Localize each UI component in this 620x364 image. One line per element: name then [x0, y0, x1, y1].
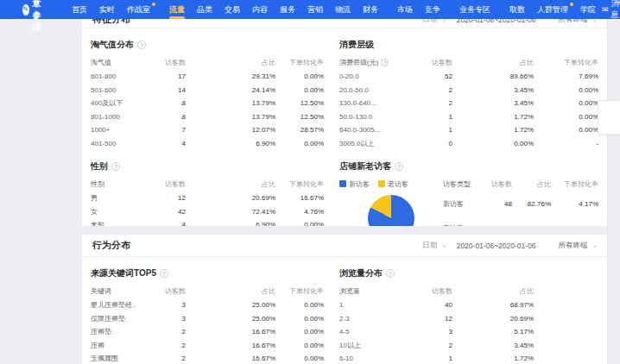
row-label: 老访客: [443, 223, 488, 227]
header-cell: 性别: [91, 179, 163, 189]
row-label: 3005.0以上: [339, 139, 430, 148]
nav-item-market[interactable]: 市场: [391, 0, 419, 19]
help-icon[interactable]: ?: [386, 269, 395, 278]
conversion-value: 0.00%: [534, 86, 598, 94]
help-icon[interactable]: ?: [395, 162, 403, 171]
legend-label: 老访客: [388, 179, 408, 189]
share-value: 17.24%: [512, 224, 551, 227]
row-label: 130.0-640...: [339, 99, 430, 107]
header-cell: 消费层级(元) ?: [339, 58, 430, 67]
nav-item-academy[interactable]: 学院: [574, 0, 602, 19]
share-value: 0.00%: [499, 140, 534, 147]
card-title: 消费层级: [339, 39, 374, 51]
header-cell: 下单转化率: [551, 179, 598, 189]
share-value: 16.67%: [232, 355, 275, 362]
row-label: 女: [91, 207, 163, 217]
visitors-value: 2: [163, 342, 186, 349]
card-source-keywords: 来源关键词TOP5 ? 关键词 访客数 占比 下单转化率 婴儿压褥垫经.. 3: [91, 267, 324, 364]
help-icon[interactable]: ?: [137, 41, 146, 49]
row-label: 仅限压褥垫: [91, 314, 163, 323]
header-cell: 占比: [232, 58, 275, 67]
header-cell: 访客数: [488, 179, 512, 189]
nav-item-home[interactable]: 首页: [66, 0, 93, 19]
table-row: 仅限压褥垫 3 25.00% 0.00%: [91, 312, 324, 326]
table-row: 2-3 12 20.69%: [339, 312, 598, 326]
date-filter-label[interactable]: 日期: [422, 241, 437, 251]
nav-item-competition[interactable]: 竞争: [419, 0, 446, 19]
table-header: 消费层级(元) ? 访客数 占比 下单转化率: [339, 54, 598, 70]
date-range-value[interactable]: 2020-01-06~2020-01-06: [452, 19, 541, 26]
nav-item-finance[interactable]: 财务: [357, 0, 384, 19]
help-icon[interactable]: ?: [381, 59, 389, 66]
nav-item-category[interactable]: 品类: [191, 0, 218, 19]
card-pageview-distribution: 浏览量分布 ? 浏览量 访客数 占比 1 40: [339, 267, 598, 364]
nav-item-war-room[interactable]: 作战室: [121, 0, 156, 19]
conversion-value: 0.00%: [275, 140, 324, 147]
table-body: 新访客 48 82.76% 4.17% 老访客 10 17.24%: [443, 191, 598, 226]
header-cell: 占比: [232, 179, 275, 189]
conversion-value: 0.00%: [275, 355, 324, 362]
legend-item-old: 老访客: [378, 179, 408, 189]
scrollbar-track[interactable]: [607, 19, 620, 364]
section-header-behavior: 行为分布 日期 ∨ 2020-01-06~2020-01-06 所有终端 ∨: [82, 235, 607, 257]
table-header: 关键词 访客数 占比 下单转化率: [91, 283, 324, 298]
brand-logo-icon: ✎: [22, 4, 29, 16]
help-icon[interactable]: ?: [111, 162, 120, 171]
table-row: 压褥垫 2 16.67% 0.00%: [91, 325, 324, 339]
share-value: 72.41%: [232, 208, 275, 216]
table-row: 6-10 1 1.72%: [339, 352, 598, 364]
share-value: 3.45%: [499, 86, 534, 94]
row-label: 1000+: [91, 126, 163, 134]
new-old-table: 访客类型 访客数 占比 下单转化率 新访客 48 82.76%: [443, 176, 598, 226]
visitors-value: 1: [430, 126, 452, 134]
date-filter-label[interactable]: 日期: [422, 19, 437, 25]
nav-item-label: 人群管理: [537, 5, 568, 14]
row-label: 玉佩腰围: [91, 354, 163, 363]
nav-item-traffic[interactable]: 流量: [163, 0, 191, 19]
nav-item-trade[interactable]: 交易: [218, 0, 246, 19]
visitors-value: 12: [430, 315, 452, 323]
nav-item-audience[interactable]: 人群管理: [531, 0, 574, 19]
row-label: 20.0-50.0: [339, 86, 430, 94]
conversion-value: 0.00%: [275, 221, 324, 226]
table-body: 1 40 68.97% 2-3 12 20.69%: [339, 298, 598, 364]
new-old-pie-chart: [368, 195, 414, 226]
table-body: 0-20.0 52 89.66% 7.69% 20.0-50.0 2 3.45%: [339, 70, 598, 150]
nav-item-marketing[interactable]: 营销: [301, 0, 329, 19]
terminal-filter[interactable]: 所有终端: [559, 241, 588, 251]
message-button[interactable]: ✉ 消息: [602, 0, 620, 21]
visitors-value: 8: [163, 113, 186, 121]
nav-item-service[interactable]: 服务: [274, 0, 301, 19]
table-row: 压褥 2 16.67% 0.00%: [91, 339, 324, 353]
visitors-value: 2: [163, 355, 186, 362]
brand-name: 生意参谋: [33, 0, 47, 34]
terminal-filter[interactable]: 所有终端: [559, 19, 588, 25]
brand-logo[interactable]: ✎ 生意参谋: [22, 0, 47, 34]
table-body: 婴儿压褥垫经.. 3 25.00% 0.00% 仅限压褥垫 3 25.00%: [91, 298, 324, 364]
table-row: 1 40 68.97%: [339, 298, 598, 312]
header-cell-label: 消费层级(元): [339, 58, 378, 67]
header-cell: 浏览量: [339, 286, 430, 296]
nav-item-realtime[interactable]: 实时: [93, 0, 121, 19]
conversion-value: 4.76%: [275, 208, 324, 216]
conversion-value: 12.50%: [275, 113, 324, 121]
nav-item-data-fetch[interactable]: 取数: [503, 0, 531, 19]
share-value: 25.00%: [232, 301, 275, 309]
conversion-value: 0.00%: [534, 99, 598, 107]
table-row: 10以上 2 3.45%: [339, 339, 598, 353]
help-icon[interactable]: ?: [160, 269, 168, 278]
share-value: 20.69%: [232, 194, 275, 202]
table-row: 男 12 20.69% 16.67%: [91, 191, 324, 205]
nav-item-logistics[interactable]: 物流: [329, 0, 357, 19]
share-value: 1.72%: [499, 113, 534, 121]
section-behavior: 行为分布 日期 ∨ 2020-01-06~2020-01-06 所有终端 ∨ 来…: [82, 235, 607, 364]
nav-item-content[interactable]: 内容: [246, 0, 274, 19]
chevron-down-icon: ∨: [442, 19, 446, 22]
table-header: 淘气值 访客数 占比 下单转化率: [91, 54, 324, 70]
table-row: 501-600 14 24.14% 0.00%: [91, 84, 324, 97]
header-cell: 访客数: [163, 179, 186, 189]
visitors-value: 17: [163, 72, 186, 80]
floating-side-widget[interactable]: [598, 100, 620, 135]
nav-item-business-zone[interactable]: 业务专区: [453, 0, 497, 19]
date-range-value[interactable]: 2020-01-06~2020-01-06: [452, 240, 541, 252]
